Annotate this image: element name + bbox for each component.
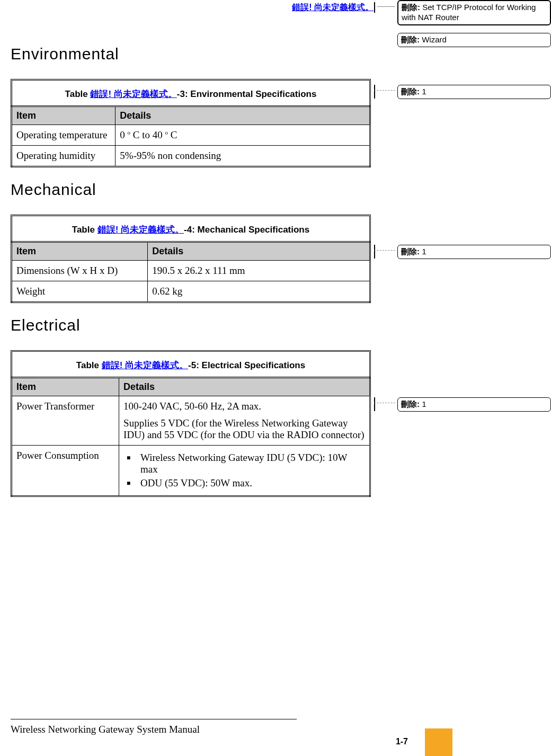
caption-style-error-link[interactable]: 錯誤! 尚未定義樣式。 [90, 89, 176, 99]
table-environmental-spec: Table 錯誤! 尚未定義樣式。-3: Environmental Speci… [11, 79, 371, 167]
caption-prefix: Table [65, 89, 91, 99]
bullet-item: Wireless Networking Gateway IDU (5 VDC):… [123, 452, 365, 475]
caption-suffix: -3: Environmental Specifications [177, 89, 317, 99]
caption-style-error-link[interactable]: 錯誤! 尚未定義樣式。 [102, 360, 188, 370]
cell-details: 0 o C to 40 o C [115, 125, 370, 146]
table-caption: Table 錯誤! 尚未定義樣式。-3: Environmental Speci… [11, 79, 371, 105]
caption-prefix: Table [76, 360, 102, 370]
caption-prefix: Table [72, 225, 97, 235]
col-header-details: Details [148, 242, 370, 261]
footer-rule [11, 719, 297, 719]
caption-suffix: -4: Mechanical Specifications [184, 225, 309, 235]
heading-environmental: Environmental [11, 45, 371, 63]
col-header-item: Item [12, 106, 115, 125]
cell-details: Wireless Networking Gateway IDU (5 VDC):… [119, 446, 370, 496]
cell-details: 5%-95% non condensing [115, 146, 370, 167]
table-row: Dimensions (W x H x D) 190.5 x 26.2 x 11… [12, 261, 370, 281]
col-header-item: Item [12, 378, 119, 396]
heading-mechanical: Mechanical [11, 181, 371, 199]
page-number: 1-7 [396, 737, 408, 746]
table-row: Weight 0.62 kg [12, 281, 370, 303]
details-line: Supplies 5 VDC (for the Wireless Network… [123, 417, 365, 441]
page-footer: Wireless Networking Gateway System Manua… [0, 719, 551, 756]
col-header-details: Details [115, 106, 370, 125]
col-header-item: Item [12, 242, 148, 261]
cell-details: 0.62 kg [148, 281, 370, 303]
cell-item: Operating humidity [12, 146, 115, 167]
table-row: Power Consumption Wireless Networking Ga… [12, 446, 370, 496]
bullet-item: ODU (55 VDC): 50W max. [123, 477, 365, 489]
cell-item: Power Transformer [12, 396, 119, 446]
heading-electrical: Electrical [11, 316, 371, 334]
cell-item: Dimensions (W x H x D) [12, 261, 148, 281]
page-tab-graphic [425, 728, 452, 756]
details-line: 100-240 VAC, 50-60 Hz, 2A max. [123, 401, 365, 412]
cell-item: Operating temperature [12, 125, 115, 146]
cell-details: 100-240 VAC, 50-60 Hz, 2A max. Supplies … [119, 396, 370, 446]
table-row: Operating humidity 5%-95% non condensing [12, 146, 370, 167]
cell-item: Power Consumption [12, 446, 119, 496]
cell-details: 190.5 x 26.2 x 111 mm [148, 261, 370, 281]
table-caption: Table 錯誤! 尚未定義樣式。-4: Mechanical Specific… [11, 215, 371, 241]
caption-style-error-link[interactable]: 錯誤! 尚未定義樣式。 [97, 225, 184, 235]
caption-suffix: -5: Electrical Specifications [188, 360, 305, 370]
table-row: Operating temperature 0 o C to 40 o C [12, 125, 370, 146]
table-mechanical-spec: Table 錯誤! 尚未定義樣式。-4: Mechanical Specific… [11, 215, 371, 303]
col-header-details: Details [119, 378, 370, 396]
cell-item: Weight [12, 281, 148, 303]
table-row: Power Transformer 100-240 VAC, 50-60 Hz,… [12, 396, 370, 446]
table-caption: Table 錯誤! 尚未定義樣式。-5: Electrical Specific… [11, 350, 371, 377]
table-electrical-spec: Table 錯誤! 尚未定義樣式。-5: Electrical Specific… [11, 350, 371, 497]
